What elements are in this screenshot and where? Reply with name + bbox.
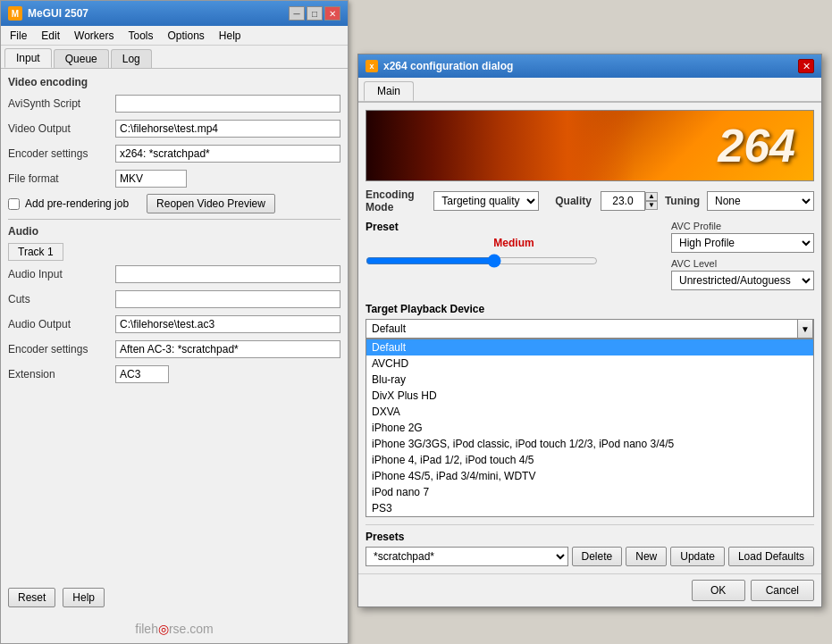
dialog-main-content: 264 Encoding Mode Targeting quality Cons… bbox=[358, 103, 821, 573]
audio-encoder-row: Encoder settings bbox=[8, 339, 340, 359]
tpd-option-iphone2g[interactable]: iPhone 2G bbox=[366, 420, 813, 436]
tab-input[interactable]: Input bbox=[4, 48, 52, 68]
track-tabs: Track 1 bbox=[8, 243, 340, 261]
video-encoding-title: Video encoding bbox=[8, 76, 340, 88]
encoder-settings-input[interactable] bbox=[115, 145, 340, 163]
audio-input-field[interactable] bbox=[115, 265, 340, 283]
video-output-row: Video Output bbox=[8, 119, 340, 138]
reopen-video-btn[interactable]: Reopen Video Preview bbox=[147, 194, 275, 213]
menu-tools[interactable]: Tools bbox=[122, 28, 158, 44]
tpd-option-iphone4[interactable]: iPhone 4, iPad 1/2, iPod touch 4/5 bbox=[366, 452, 813, 468]
tpd-dropdown-arrow[interactable]: ▼ bbox=[797, 319, 813, 339]
tab-queue[interactable]: Queue bbox=[54, 49, 109, 68]
pre-rendering-label: Add pre-rendering job bbox=[25, 197, 129, 210]
tpd-option-dxva[interactable]: DXVA bbox=[366, 404, 813, 420]
dialog-tabs: Main bbox=[358, 78, 821, 103]
menu-file[interactable]: File bbox=[4, 28, 32, 44]
reset-button[interactable]: Reset bbox=[8, 588, 55, 607]
presets-label: Presets bbox=[366, 531, 814, 543]
megui-title: MeGUI 2507 bbox=[28, 7, 88, 20]
tpd-option-iphone3g[interactable]: iPhone 3G/3GS, iPod classic, iPod touch … bbox=[366, 436, 813, 452]
avc-level-label: AVC Level bbox=[671, 258, 814, 269]
track1-tab[interactable]: Track 1 bbox=[8, 243, 63, 261]
pre-rendering-row: Add pre-rendering job Reopen Video Previ… bbox=[8, 194, 340, 213]
quality-spinners: ▲ ▼ bbox=[645, 192, 658, 210]
encoding-mode-row: Encoding Mode Targeting quality Constant… bbox=[366, 188, 814, 213]
tpd-option-psp[interactable]: PSP bbox=[366, 516, 813, 517]
update-preset-button[interactable]: Update bbox=[670, 547, 725, 566]
tpd-option-iphone4s[interactable]: iPhone 4S/5, iPad 3/4/mini, WDTV bbox=[366, 468, 813, 484]
audio-encoder-input[interactable] bbox=[115, 340, 340, 358]
bottom-buttons: Reset Help bbox=[8, 588, 105, 607]
cuts-input[interactable] bbox=[115, 290, 340, 308]
avc-profile-select[interactable]: High Profile Main Profile Baseline Profi… bbox=[671, 233, 814, 253]
avisynth-label: AviSynth Script bbox=[8, 97, 115, 110]
extension-row: Extension bbox=[8, 364, 340, 384]
extension-input[interactable] bbox=[115, 365, 169, 383]
presets-section: Presets *scratchpad* Delete New Update L… bbox=[366, 524, 814, 566]
menu-workers[interactable]: Workers bbox=[69, 28, 119, 44]
file-format-label: File format bbox=[8, 172, 115, 185]
help-button[interactable]: Help bbox=[63, 588, 105, 607]
encoding-mode-label: Encoding Mode bbox=[366, 188, 424, 213]
tpd-option-ipod-nano7[interactable]: iPod nano 7 bbox=[366, 484, 813, 500]
audio-input-label: Audio Input bbox=[8, 268, 115, 280]
megui-window: M MeGUI 2507 ─ □ ✕ File Edit Workers Too… bbox=[0, 0, 349, 644]
file-format-row: File format bbox=[8, 169, 340, 188]
avc-level-select[interactable]: Unrestricted/Autoguess 1.0 2.0 3.0 4.0 bbox=[671, 271, 814, 290]
audio-output-row: Audio Output bbox=[8, 314, 340, 334]
tpd-option-bluray[interactable]: Blu-ray bbox=[366, 372, 813, 388]
watermark: fileh◎rse.com bbox=[1, 622, 348, 636]
preset-left: Preset Medium bbox=[366, 221, 662, 296]
menu-help[interactable]: Help bbox=[214, 28, 247, 44]
tpd-option-default[interactable]: Default bbox=[366, 339, 813, 355]
tpd-label: Target Playback Device bbox=[366, 303, 814, 315]
tpd-option-avchd[interactable]: AVCHD bbox=[366, 355, 813, 372]
megui-titlebar: M MeGUI 2507 ─ □ ✕ bbox=[1, 1, 348, 26]
quality-up-button[interactable]: ▲ bbox=[645, 192, 658, 201]
preset-section: Preset Medium AVC Profile High Profile M… bbox=[366, 221, 814, 296]
avisynth-input[interactable] bbox=[115, 95, 340, 113]
audio-encoder-label: Encoder settings bbox=[8, 343, 115, 355]
minimize-button[interactable]: ─ bbox=[289, 6, 305, 21]
preset-slider-container bbox=[366, 253, 662, 269]
maximize-button[interactable]: □ bbox=[307, 6, 323, 21]
menu-edit[interactable]: Edit bbox=[36, 28, 65, 44]
quality-spinner: ▲ ▼ bbox=[601, 191, 658, 211]
encoding-mode-select[interactable]: Targeting quality Constant bitrate 2-pas… bbox=[433, 191, 539, 211]
preset-value: Medium bbox=[366, 237, 662, 249]
tuning-select[interactable]: None Film Animation Grain bbox=[707, 191, 814, 211]
quality-down-button[interactable]: ▼ bbox=[645, 201, 658, 210]
x264-dialog: x x264 configuration dialog ✕ Main 264 E… bbox=[357, 54, 822, 607]
dialog-titlebar: x x264 configuration dialog ✕ bbox=[358, 54, 821, 78]
new-preset-button[interactable]: New bbox=[626, 547, 667, 566]
main-tabs: Input Queue Log bbox=[1, 46, 348, 69]
cancel-button[interactable]: Cancel bbox=[751, 580, 814, 601]
file-format-input[interactable] bbox=[115, 170, 187, 188]
cuts-label: Cuts bbox=[8, 293, 115, 305]
audio-output-input[interactable] bbox=[115, 315, 340, 333]
delete-preset-button[interactable]: Delete bbox=[572, 547, 623, 566]
encoder-settings-row: Encoder settings bbox=[8, 144, 340, 163]
video-output-input[interactable] bbox=[115, 120, 340, 138]
close-button[interactable]: ✕ bbox=[324, 6, 340, 21]
x264-banner: 264 bbox=[366, 110, 814, 181]
window-controls: ─ □ ✕ bbox=[289, 6, 340, 21]
menubar: File Edit Workers Tools Options Help bbox=[1, 26, 348, 46]
dialog-close-button[interactable]: ✕ bbox=[798, 59, 814, 73]
load-defaults-button[interactable]: Load Defaults bbox=[728, 547, 814, 566]
dialog-icon: x bbox=[366, 60, 378, 72]
tab-log[interactable]: Log bbox=[111, 49, 152, 68]
preset-slider[interactable] bbox=[366, 253, 598, 269]
pre-rendering-checkbox[interactable] bbox=[8, 198, 20, 210]
tpd-option-divx[interactable]: DivX Plus HD bbox=[366, 388, 813, 404]
ok-button[interactable]: OK bbox=[692, 580, 745, 601]
audio-input-row: Audio Input bbox=[8, 264, 340, 284]
input-content: Video encoding AviSynth Script Video Out… bbox=[1, 69, 348, 397]
tpd-dropdown-list: Default AVCHD Blu-ray DivX Plus HD DXVA … bbox=[366, 339, 814, 517]
dialog-tab-main[interactable]: Main bbox=[364, 81, 414, 101]
tpd-option-ps3[interactable]: PS3 bbox=[366, 500, 813, 516]
presets-select[interactable]: *scratchpad* bbox=[366, 547, 568, 566]
quality-input[interactable] bbox=[601, 191, 645, 211]
menu-options[interactable]: Options bbox=[163, 28, 210, 44]
